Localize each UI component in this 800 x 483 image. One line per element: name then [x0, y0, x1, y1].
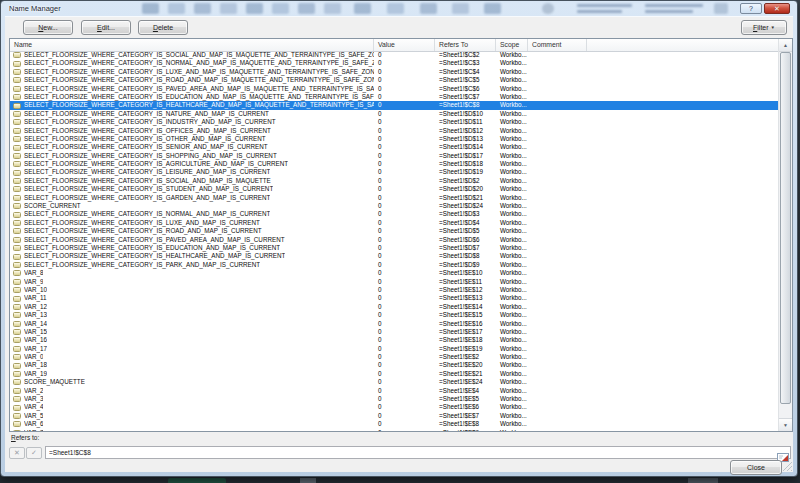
name-text: VAR_17 — [24, 345, 47, 353]
refers-to-cell: =Sheet1!$D$7 — [435, 244, 496, 252]
table-row[interactable]: SELECT_FLOORSIZE_WHERE_CATEGORY_IS_GARDE… — [10, 194, 779, 202]
refers-to-cell: =Sheet1!$D$17 — [435, 152, 496, 160]
defined-name-icon — [13, 77, 21, 83]
name-text: SELECT_FLOORSIZE_WHERE_CATEGORY_IS_EDUCA… — [24, 244, 280, 252]
filter-button[interactable]: Filter ▼ — [741, 20, 787, 35]
name-cell: VAR_8 — [10, 269, 374, 277]
table-row[interactable]: SELECT_FLOORSIZE_WHERE_CATEGORY_IS_EDUCA… — [10, 244, 779, 252]
value-cell: 0 — [374, 320, 435, 328]
name-cell: SELECT_FLOORSIZE_WHERE_CATEGORY_IS_SOCIA… — [10, 177, 374, 185]
defined-name-icon — [13, 363, 21, 369]
name-cell: SELECT_FLOORSIZE_WHERE_CATEGORY_IS_LUXE_… — [10, 219, 374, 227]
name-cell: VAR_14 — [10, 320, 374, 328]
table-row[interactable]: SELECT_FLOORSIZE_WHERE_CATEGORY_IS_EDUCA… — [10, 93, 779, 101]
table-row[interactable]: SELECT_FLOORSIZE_WHERE_CATEGORY_IS_PAVED… — [10, 236, 779, 244]
name-cell: SELECT_FLOORSIZE_WHERE_CATEGORY_IS_OTHER… — [10, 135, 374, 143]
scroll-up-button[interactable]: ▲ — [779, 39, 792, 52]
defined-name-icon — [13, 69, 21, 75]
table-row[interactable]: VAR_90=Sheet1!$E$11Workbo... — [10, 278, 779, 286]
table-row[interactable]: SELECT_FLOORSIZE_WHERE_CATEGORY_IS_ROAD_… — [10, 76, 779, 84]
value-cell: 0 — [374, 387, 435, 395]
scope-cell: Workbo... — [496, 76, 528, 84]
table-row[interactable]: SELECT_FLOORSIZE_WHERE_CATEGORY_IS_PAVED… — [10, 85, 779, 93]
column-header-refers-to[interactable]: Refers To — [435, 39, 496, 51]
column-header-value[interactable]: Value — [374, 39, 435, 51]
table-row[interactable]: VAR_20=Sheet1!$E$4Workbo... — [10, 387, 779, 395]
table-row[interactable]: SELECT_FLOORSIZE_WHERE_CATEGORY_IS_INDUS… — [10, 118, 779, 126]
collapse-dialog-icon[interactable] — [777, 448, 789, 457]
table-row[interactable]: VAR_140=Sheet1!$E$16Workbo... — [10, 320, 779, 328]
table-row[interactable]: SELECT_FLOORSIZE_WHERE_CATEGORY_IS_LUXE_… — [10, 219, 779, 227]
table-row[interactable]: VAR_00=Sheet1!$E$2Workbo... — [10, 353, 779, 361]
table-row[interactable]: VAR_30=Sheet1!$E$5Workbo... — [10, 395, 779, 403]
table-row[interactable]: VAR_170=Sheet1!$E$19Workbo... — [10, 345, 779, 353]
name-cell: VAR_13 — [10, 311, 374, 319]
column-header-scope[interactable]: Scope — [496, 39, 528, 51]
table-row[interactable]: SELECT_FLOORSIZE_WHERE_CATEGORY_IS_AGRIC… — [10, 160, 779, 168]
column-header-name[interactable]: Name — [10, 39, 374, 51]
table-row[interactable]: SELECT_FLOORSIZE_WHERE_CATEGORY_IS_SENIO… — [10, 143, 779, 151]
table-row[interactable]: SCORE_MAQUETTE0=Sheet1!$E$24Workbo... — [10, 378, 779, 386]
close-button[interactable]: Close — [730, 460, 782, 475]
table-row[interactable]: SELECT_FLOORSIZE_WHERE_CATEGORY_IS_ROAD_… — [10, 227, 779, 235]
table-row[interactable]: SELECT_FLOORSIZE_WHERE_CATEGORY_IS_NORMA… — [10, 210, 779, 218]
table-row[interactable]: VAR_100=Sheet1!$E$12Workbo... — [10, 286, 779, 294]
table-row[interactable]: SELECT_FLOORSIZE_WHERE_CATEGORY_IS_STUDE… — [10, 185, 779, 193]
vertical-scrollbar[interactable]: ▲ ▼ — [778, 39, 792, 431]
table-row[interactable]: VAR_150=Sheet1!$E$17Workbo... — [10, 328, 779, 336]
name-text: VAR_8 — [24, 269, 43, 277]
name-text: SELECT_FLOORSIZE_WHERE_CATEGORY_IS_PARK_… — [24, 261, 260, 269]
new-button[interactable]: New... — [23, 20, 73, 35]
refers-to-input[interactable] — [45, 446, 791, 459]
table-row[interactable]: VAR_80=Sheet1!$E$10Workbo... — [10, 269, 779, 277]
table-row[interactable]: VAR_190=Sheet1!$E$21Workbo... — [10, 370, 779, 378]
table-row[interactable]: SELECT_FLOORSIZE_WHERE_CATEGORY_IS_LEISU… — [10, 168, 779, 176]
table-row[interactable]: VAR_180=Sheet1!$E$20Workbo... — [10, 361, 779, 369]
table-row[interactable]: SELECT_FLOORSIZE_WHERE_CATEGORY_IS_NORMA… — [10, 59, 779, 67]
table-row[interactable]: VAR_60=Sheet1!$E$8Workbo... — [10, 420, 779, 428]
edit-button[interactable]: Edit... — [81, 20, 131, 35]
table-row[interactable]: VAR_160=Sheet1!$E$18Workbo... — [10, 336, 779, 344]
refers-to-cell: =Sheet1!$D$6 — [435, 236, 496, 244]
scope-cell: Workbo... — [496, 194, 528, 202]
table-row[interactable]: VAR_110=Sheet1!$E$13Workbo... — [10, 294, 779, 302]
table-row[interactable]: SELECT_FLOORSIZE_WHERE_CATEGORY_IS_SOCIA… — [10, 51, 779, 59]
scope-cell: Workbo... — [496, 202, 528, 210]
name-cell: SELECT_FLOORSIZE_WHERE_CATEGORY_IS_ROAD_… — [10, 227, 374, 235]
scroll-down-button[interactable]: ▼ — [779, 418, 792, 431]
dialog-titlebar[interactable]: Name Manager ? ✕ — [2, 1, 796, 16]
cancel-entry-button[interactable]: ✕ — [9, 447, 25, 459]
scrollbar-thumb[interactable] — [780, 52, 791, 404]
table-row[interactable]: VAR_120=Sheet1!$E$14Workbo... — [10, 303, 779, 311]
defined-name-icon — [13, 119, 21, 125]
table-row[interactable]: SELECT_FLOORSIZE_WHERE_CATEGORY_IS_NATUR… — [10, 110, 779, 118]
table-row[interactable]: VAR_40=Sheet1!$E$6Workbo... — [10, 403, 779, 411]
table-row[interactable]: SELECT_FLOORSIZE_WHERE_CATEGORY_IS_OTHER… — [10, 135, 779, 143]
table-row[interactable]: SELECT_FLOORSIZE_WHERE_CATEGORY_IS_PARK_… — [10, 261, 779, 269]
table-row[interactable]: VAR_50=Sheet1!$E$7Workbo... — [10, 412, 779, 420]
table-row[interactable]: VAR_130=Sheet1!$E$15Workbo... — [10, 311, 779, 319]
refers-to-cell: =Sheet1!$E$8 — [435, 420, 496, 428]
scope-cell: Workbo... — [496, 51, 528, 59]
table-row[interactable]: SELECT_FLOORSIZE_WHERE_CATEGORY_IS_SOCIA… — [10, 177, 779, 185]
value-cell: 0 — [374, 420, 435, 428]
defined-name-icon — [13, 337, 21, 343]
scope-cell: Workbo... — [496, 403, 528, 411]
confirm-entry-button[interactable]: ✓ — [26, 447, 42, 459]
table-row[interactable]: SCORE_CURRENT0=Sheet1!$D$24Workbo... — [10, 202, 779, 210]
help-button[interactable]: ? — [740, 3, 762, 14]
scope-cell: Workbo... — [496, 110, 528, 118]
name-cell: VAR_18 — [10, 361, 374, 369]
table-row[interactable]: VAR_70=Sheet1!$E$9Workbo... — [10, 429, 779, 431]
name-cell: VAR_12 — [10, 303, 374, 311]
column-header-comment[interactable]: Comment — [528, 39, 587, 51]
table-row[interactable]: SELECT_FLOORSIZE_WHERE_CATEGORY_IS_HEALT… — [10, 252, 779, 260]
window-close-button[interactable]: ✕ — [764, 3, 790, 14]
table-row[interactable]: SELECT_FLOORSIZE_WHERE_CATEGORY_IS_HEALT… — [10, 101, 779, 109]
table-row[interactable]: SELECT_FLOORSIZE_WHERE_CATEGORY_IS_LUXE_… — [10, 68, 779, 76]
dialog-body: New... Edit... Delete Filter ▼ NameValue… — [5, 16, 793, 472]
confirm-icon: ✓ — [31, 449, 37, 456]
delete-button[interactable]: Delete — [138, 20, 188, 35]
table-row[interactable]: SELECT_FLOORSIZE_WHERE_CATEGORY_IS_OFFIC… — [10, 127, 779, 135]
table-row[interactable]: SELECT_FLOORSIZE_WHERE_CATEGORY_IS_SHOPP… — [10, 152, 779, 160]
